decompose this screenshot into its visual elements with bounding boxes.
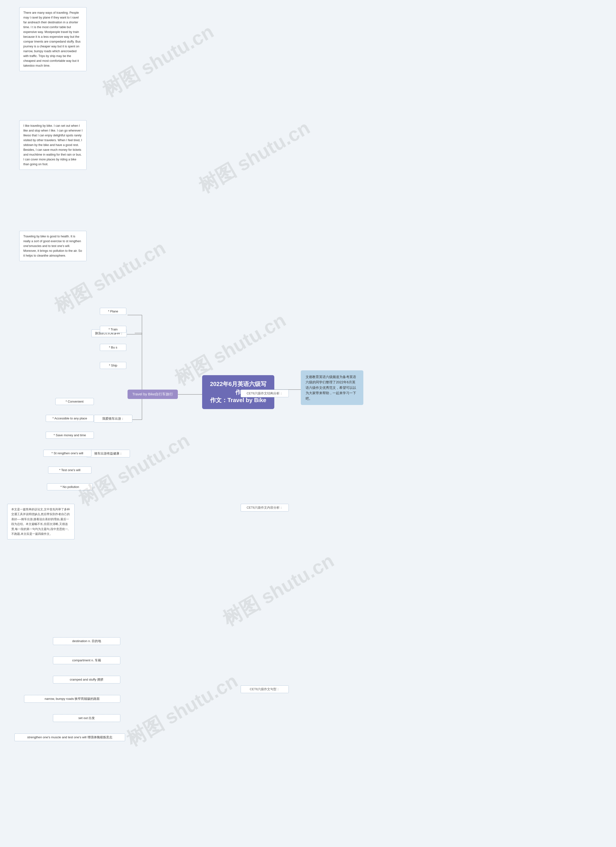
sub-strengthen: * St rengthen one's will <box>43 450 92 457</box>
text-analysis-struct: 本文是一篇简单的议论文,文中首先列举了多种交通工具并说明优缺点,然后带实剖作者自… <box>7 504 75 539</box>
sub-convenient: * Convenient <box>55 398 94 405</box>
sub-accessible: * Accessible to any place <box>46 415 94 422</box>
sub-train: * Train <box>100 326 126 333</box>
watermark-6: 树图 shutu.cn <box>219 548 339 632</box>
sub-plane: * Plane <box>100 308 126 315</box>
sub-ship: * Ship <box>100 362 126 369</box>
branch-love-bike: 我爱骑车出游： <box>94 415 132 422</box>
text-travel-methods: There are many ways of traveling. People… <box>19 7 87 71</box>
vocab-cramped: cramped and stuffy 拥挤 <box>53 676 120 683</box>
watermark-1: 树图 shutu.cn <box>98 19 219 103</box>
branch-cet-vocab: CET6六级作文句型： <box>241 685 289 693</box>
sub-no-pollution: * No pollution <box>47 483 93 490</box>
watermark-2: 树图 shutu.cn <box>194 115 315 199</box>
branch-health: 骑车出游有益健康： <box>87 450 130 457</box>
vocab-narrow: narrow, bumpy roads 狭窄而颠簸的路面 <box>24 695 120 703</box>
text-health: Traveling by bike is good to health. It … <box>19 231 87 261</box>
vocab-destination: destination n. 目的地 <box>53 637 120 645</box>
sub-bus: * Bu s <box>100 344 126 351</box>
branch-cet-struct: CET6六级作文结构分析： <box>241 390 289 397</box>
sub-save-money: * Save money and time <box>46 432 94 439</box>
watermark-5: 树图 shutu.cn <box>74 428 194 512</box>
info-box: 文都教育英语六级频道为备考英语六级的同学们整理了2022年6月英语六级作文优秀范… <box>301 370 363 405</box>
watermark-7: 树图 shutu.cn <box>122 668 242 753</box>
text-love-bike: I like traveling by bike. I can set out … <box>19 120 87 170</box>
vocab-strengthen: strengthen one's muscle and test one's w… <box>15 733 125 741</box>
vocab-set-out: set out 出发 <box>53 714 120 722</box>
vocab-compartment: compartment n. 车厢 <box>53 657 120 664</box>
sub-test-will: * Test one's will <box>48 466 92 474</box>
branch-travel-bike: Travel by Bike自行车旅行 <box>127 390 178 399</box>
mind-map-canvas: 树图 shutu.cn 树图 shutu.cn 树图 shutu.cn 树图 s… <box>0 0 616 847</box>
branch-cet-content: CET6六级作文内容分析： <box>241 504 289 512</box>
